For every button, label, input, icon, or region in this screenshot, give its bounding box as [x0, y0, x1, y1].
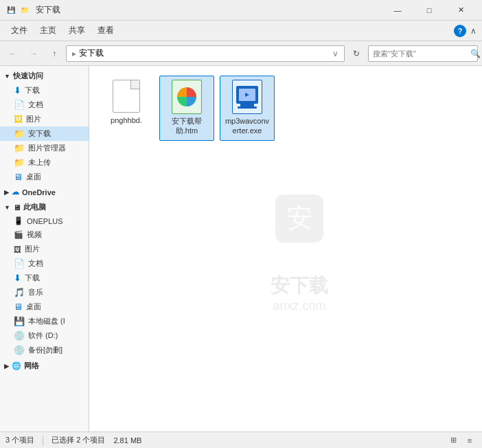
view-grid-button[interactable]: ⊞	[446, 434, 460, 447]
navbar: ← → ↑ ▸ 安下载 ∨ ↻ 🔍	[0, 41, 482, 66]
menu-share[interactable]: 共享	[63, 22, 91, 39]
up-button[interactable]: ↑	[45, 45, 63, 63]
sidebar-documents-label: 文档	[28, 100, 43, 110]
maximize-button[interactable]: □	[413, 0, 445, 21]
sidebar-item-anxiazai[interactable]: 📁 安下载	[0, 126, 89, 141]
watermark-subtext: anxz.com	[265, 299, 334, 313]
thispc-label: 此电脑	[23, 202, 46, 212]
back-button[interactable]: ←	[4, 45, 22, 63]
video-icon: 🎬	[14, 230, 23, 239]
network-section: ▶ 🌐 网络	[0, 359, 89, 373]
breadcrumb[interactable]: ▸ 安下载 ∨	[66, 45, 345, 62]
file-grid: pnghhbd. 安下载帮助.htm ▶	[96, 73, 475, 144]
forward-button[interactable]: →	[25, 45, 43, 63]
software-drive-icon: 💿	[14, 331, 25, 341]
main-area: ▼ 快速访问 ⬇ 下载 📄 文档 🖼 图片 📁 安下载 📁 图片管理器	[0, 66, 482, 432]
onedrive-collapse-icon: ▶	[4, 189, 9, 196]
quick-access-label: 快速访问	[13, 71, 43, 81]
folder-icon-imgmanager: 📁	[14, 143, 25, 153]
colorball	[177, 87, 196, 107]
file-name-htm: 安下载帮助.htm	[163, 116, 211, 136]
sidebar-music-label: 音乐	[28, 287, 43, 298]
titlebar-icons: 💾 📁	[5, 5, 30, 16]
watermark-text: 安下载	[265, 273, 334, 299]
doc-pc-icon: 📄	[14, 258, 25, 269]
desktop-pc-icon: 🖥	[14, 302, 23, 312]
watermark: 安 安下载 anxz.com	[265, 184, 334, 313]
help-icon[interactable]: ?	[454, 25, 466, 37]
sidebar-item-video[interactable]: 🎬 视频	[0, 227, 89, 242]
sidebar-item-imgmanager[interactable]: 📁 图片管理器	[0, 141, 89, 155]
network-header[interactable]: ▶ 🌐 网络	[0, 359, 89, 373]
sidebar-item-pictures[interactable]: 🖼 图片	[0, 112, 89, 126]
search-input[interactable]	[373, 49, 468, 58]
watermark-icon: 安	[265, 184, 334, 267]
title-folder-icon: 📁	[19, 5, 30, 16]
sidebar-item-pictures-pc[interactable]: 🖼 图片	[0, 242, 89, 256]
sidebar-item-oneplus[interactable]: 📱 ONEPLUS	[0, 214, 89, 227]
thispc-section: ▼ 🖥 此电脑 📱 ONEPLUS 🎬 视频 🖼 图片 📄 文档 ⬇	[0, 200, 89, 357]
download-pc-icon: ⬇	[14, 273, 21, 283]
quick-access-section: ▼ 快速访问 ⬇ 下载 📄 文档 🖼 图片 📁 安下载 📁 图片管理器	[0, 69, 89, 184]
oneplus-icon: 📱	[14, 216, 23, 225]
statusbar-sep-1	[43, 436, 43, 445]
sidebar-item-upload[interactable]: 📁 未上传	[0, 155, 89, 170]
thispc-header[interactable]: ▼ 🖥 此电脑	[0, 200, 89, 214]
sidebar-oneplus-label: ONEPLUS	[27, 217, 63, 225]
titlebar-title: 安下载	[36, 4, 382, 16]
sidebar-item-docs-pc[interactable]: 📄 文档	[0, 256, 89, 271]
sidebar-item-downloads-pc[interactable]: ⬇ 下载	[0, 271, 89, 285]
view-list-button[interactable]: ≡	[463, 434, 477, 447]
onedrive-header[interactable]: ▶ ☁ OneDrive	[0, 186, 89, 199]
sidebar-software-drive-label: 软件 (D:)	[28, 331, 58, 341]
file-item-exe[interactable]: ▶ mp3wavconverter.exe	[220, 76, 275, 141]
desktop-icon-quick: 🖥	[14, 172, 23, 182]
exe-icon: ▶	[232, 80, 262, 114]
onedrive-icon: ☁	[12, 188, 19, 197]
folder-icon-upload: 📁	[14, 157, 25, 168]
breadcrumb-chevron: ∨	[332, 49, 338, 58]
statusbar: 3 个项目 已选择 2 个项目 2.81 MB ⊞ ≡	[0, 432, 482, 448]
network-label: 网络	[24, 361, 39, 371]
status-size: 2.81 MB	[113, 436, 141, 445]
generic-file-icon	[113, 80, 140, 113]
close-button[interactable]: ✕	[445, 0, 477, 21]
title-save-icon[interactable]: 💾	[5, 5, 16, 16]
search-bar[interactable]: 🔍	[368, 45, 478, 62]
sidebar-item-localdisk[interactable]: 💾 本地磁盘 (I	[0, 314, 89, 328]
menu-view[interactable]: 查看	[92, 22, 119, 39]
file-item-pnghhbd[interactable]: pnghhbd.	[99, 76, 154, 129]
sidebar-item-desktop-pc[interactable]: 🖥 桌面	[0, 300, 89, 314]
quick-access-header[interactable]: ▼ 快速访问	[0, 69, 89, 83]
sidebar-upload-label: 未上传	[28, 157, 51, 168]
file-item-htm[interactable]: 安下载帮助.htm	[159, 76, 214, 141]
localdisk-icon: 💾	[14, 316, 25, 326]
sidebar-item-music[interactable]: 🎵 音乐	[0, 285, 89, 300]
file-name-pnghhbd: pnghhbd.	[111, 115, 142, 125]
collapse-ribbon-icon[interactable]: ∧	[470, 26, 477, 36]
thispc-collapse-icon: ▼	[4, 204, 10, 211]
sidebar-item-downloads[interactable]: ⬇ 下载	[0, 83, 89, 98]
sidebar-localdisk-label: 本地磁盘 (I	[28, 316, 65, 326]
file-icon-exe: ▶	[231, 80, 264, 113]
refresh-button[interactable]: ↻	[347, 45, 365, 63]
sidebar-pictures-label: 图片	[26, 114, 41, 124]
sidebar-downloads-pc-label: 下载	[25, 273, 40, 283]
sidebar-desktop-pc-label: 桌面	[26, 302, 41, 312]
status-total: 3 个项目	[5, 435, 34, 445]
sidebar-downloads-label: 下载	[25, 85, 40, 96]
menu-home[interactable]: 主页	[34, 22, 62, 39]
file-icon-htm	[170, 80, 203, 113]
sidebar-item-software-drive[interactable]: 💿 软件 (D:)	[0, 328, 89, 343]
onedrive-label: OneDrive	[22, 188, 56, 197]
minimize-button[interactable]: —	[382, 0, 413, 21]
titlebar: 💾 📁 安下载 — □ ✕	[0, 0, 482, 21]
sidebar-desktop-quick-label: 桌面	[26, 172, 41, 182]
sidebar-item-desktop-quick[interactable]: 🖥 桌面	[0, 170, 89, 184]
statusbar-view-buttons: ⊞ ≡	[446, 434, 477, 447]
file-icon-pnghhbd	[110, 80, 143, 113]
sidebar-item-backup[interactable]: 💿 备份[勿删]	[0, 343, 89, 357]
sidebar-item-documents[interactable]: 📄 文档	[0, 98, 89, 112]
sidebar-video-label: 视频	[27, 229, 42, 240]
menu-file[interactable]: 文件	[5, 22, 33, 39]
